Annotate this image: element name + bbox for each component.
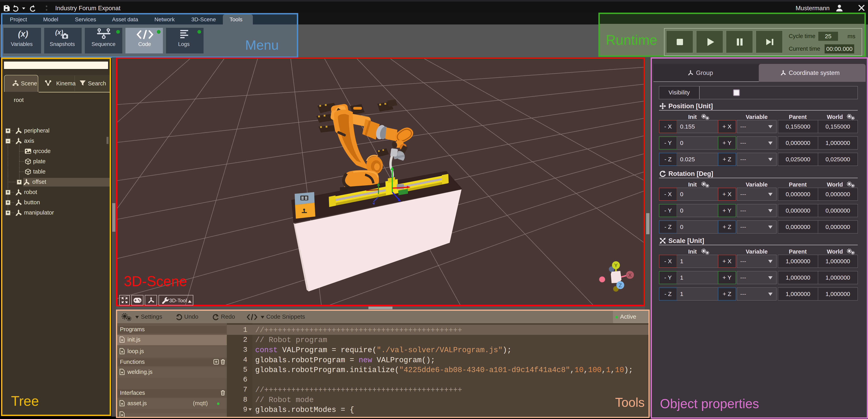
svg-text:Z: Z xyxy=(619,282,622,288)
svg-text:Y: Y xyxy=(614,262,618,268)
svg-text:X: X xyxy=(628,272,631,278)
